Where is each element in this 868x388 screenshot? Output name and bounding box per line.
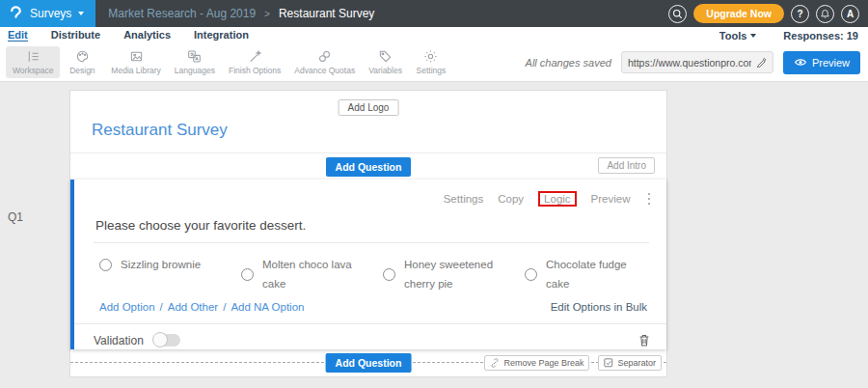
chevron-down-icon	[78, 12, 84, 15]
eye-icon	[794, 57, 807, 68]
toolbar-label: Variables	[368, 66, 402, 75]
translate-icon	[187, 49, 202, 64]
add-question-button-top[interactable]: Add Question	[326, 157, 412, 177]
toolbar-item-workspace[interactable]: Workspace	[6, 46, 60, 78]
validation-toggle[interactable]	[153, 334, 180, 346]
survey-title[interactable]: Restaurant Survey	[92, 121, 228, 140]
surveys-product-menu[interactable]: Surveys	[0, 0, 95, 27]
add-intro-button[interactable]: Add Intro	[598, 157, 655, 174]
add-option-link[interactable]: Add Option	[99, 301, 155, 313]
toolbar-item-languages[interactable]: Languages	[168, 46, 222, 78]
toolbar-label: Workspace	[13, 66, 53, 75]
help-button[interactable]: ?	[791, 5, 809, 23]
option-label[interactable]: Molten choco lava cake	[262, 256, 364, 293]
more-options-icon[interactable]	[645, 193, 654, 206]
notifications-button[interactable]	[816, 5, 834, 23]
question-number: Q1	[8, 210, 23, 224]
question-copy-link[interactable]: Copy	[498, 193, 524, 205]
responses-count[interactable]: Responses: 19	[783, 30, 858, 42]
surveys-menu-label: Surveys	[30, 7, 71, 20]
menu-items: Edit Distribute Analytics Integration	[0, 29, 249, 42]
toolbar-label: Design	[69, 66, 95, 75]
validation-row: Validation	[74, 323, 666, 347]
add-other-link[interactable]: Add Other	[168, 301, 218, 313]
add-na-option-link[interactable]: Add NA Option	[231, 301, 304, 313]
preview-button[interactable]: Preview	[783, 51, 860, 74]
bell-icon	[820, 9, 830, 19]
chevron-down-icon	[750, 34, 756, 38]
answer-options: Sizzling brownie Molten choco lava cake …	[74, 243, 666, 293]
toolbar-item-media-library[interactable]: Media Library	[104, 46, 168, 78]
account-avatar[interactable]: A	[841, 5, 859, 23]
survey-url-field[interactable]: https://www.questionpro.com/t/APNrfZ	[621, 51, 773, 73]
option-label[interactable]: Sizzling brownie	[121, 256, 201, 275]
image-icon	[129, 49, 144, 64]
preview-label: Preview	[812, 57, 850, 69]
question-text[interactable]: Please choose your favorite dessert.	[95, 218, 647, 233]
radio-button[interactable]	[383, 268, 395, 281]
question-text-field[interactable]: Please choose your favorite dessert.	[94, 214, 649, 243]
remove-page-break-button[interactable]: Remove Page Break	[484, 355, 589, 371]
answer-option: Sizzling brownie	[99, 256, 241, 275]
trash-icon	[637, 333, 651, 347]
save-status: All changes saved	[526, 57, 611, 69]
option-links-row: Add Option / Add Other / Add NA Option E…	[74, 293, 666, 323]
validation-label: Validation	[94, 334, 144, 347]
tab-integration[interactable]: Integration	[194, 29, 249, 42]
toolbar-item-variables[interactable]: Variables	[362, 46, 409, 78]
toolbar-right: All changes saved https://www.questionpr…	[526, 51, 868, 74]
option-label[interactable]: Chocolate fudge cake	[546, 256, 647, 293]
palette-icon	[75, 49, 90, 64]
tab-edit[interactable]: Edit	[8, 29, 28, 42]
add-question-row: Add Question Add Intro	[70, 153, 666, 180]
breadcrumb-current: Restaurant Survey	[279, 7, 374, 20]
toolbar-item-finish-options[interactable]: Finish Options	[222, 46, 287, 78]
avatar-initial: A	[847, 9, 854, 19]
survey-toolbar: Workspace Design Media Library Languages…	[0, 43, 868, 82]
toolbar-label: Media Library	[111, 66, 161, 75]
delete-question-button[interactable]	[637, 333, 651, 347]
pencil-icon[interactable]	[756, 57, 767, 68]
quota-links-icon	[317, 49, 332, 64]
breadcrumb-folder[interactable]: Market Research - Aug 2019	[108, 7, 256, 20]
tools-menu[interactable]: Tools	[719, 30, 757, 42]
checkbox-checked-icon	[604, 358, 613, 368]
answer-option: Honey sweetened cherry pie	[383, 256, 525, 293]
questionpro-logo-icon	[9, 6, 23, 22]
separator-toggle-button[interactable]: Separator	[598, 355, 662, 371]
radio-button[interactable]	[525, 268, 537, 281]
radio-button[interactable]	[99, 259, 112, 271]
broken-link-icon	[490, 358, 500, 368]
tab-analytics[interactable]: Analytics	[123, 29, 171, 42]
topbar-actions: Upgrade Now ? A	[668, 4, 868, 23]
add-question-button-bottom[interactable]: Add Question	[326, 353, 412, 373]
page-break-actions: Remove Page Break Separator	[484, 355, 662, 371]
tools-label: Tools	[719, 30, 747, 42]
toolbar-item-settings[interactable]: Settings	[409, 46, 453, 78]
upgrade-now-button[interactable]: Upgrade Now	[693, 4, 784, 23]
editor-canvas: Q1 Add Logo Restaurant Survey Add Questi…	[0, 82, 868, 388]
survey-card: Add Logo Restaurant Survey Add Question …	[69, 90, 667, 377]
survey-header: Add Logo Restaurant Survey	[70, 91, 666, 153]
search-button[interactable]	[668, 5, 687, 23]
add-logo-button[interactable]: Add Logo	[339, 99, 399, 116]
menu-right: Tools Responses: 19	[719, 30, 868, 42]
toolbar-item-advance-quotas[interactable]: Advance Quotas	[287, 46, 362, 78]
option-label[interactable]: Honey sweetened cherry pie	[404, 256, 505, 293]
gear-icon	[423, 49, 438, 64]
edit-options-in-bulk-link[interactable]: Edit Options in Bulk	[551, 301, 647, 313]
question-logic-link[interactable]: Logic	[538, 191, 577, 207]
question-settings-link[interactable]: Settings	[444, 193, 484, 205]
toolbar-label: Languages	[175, 66, 215, 75]
top-bar: Surveys Market Research - Aug 2019 > Res…	[0, 0, 868, 27]
option-links: Add Option / Add Other / Add NA Option	[99, 301, 304, 313]
tab-distribute[interactable]: Distribute	[51, 29, 100, 42]
breadcrumb-separator: >	[264, 9, 270, 19]
answer-option: Molten choco lava cake	[241, 256, 383, 293]
survey-url-value: https://www.questionpro.com/t/APNrfZ	[628, 57, 751, 69]
link-separator: /	[160, 301, 163, 313]
radio-button[interactable]	[241, 268, 254, 281]
toolbar-item-design[interactable]: Design	[60, 46, 104, 78]
question-preview-link[interactable]: Preview	[591, 193, 631, 205]
workspace-icon	[26, 49, 41, 64]
